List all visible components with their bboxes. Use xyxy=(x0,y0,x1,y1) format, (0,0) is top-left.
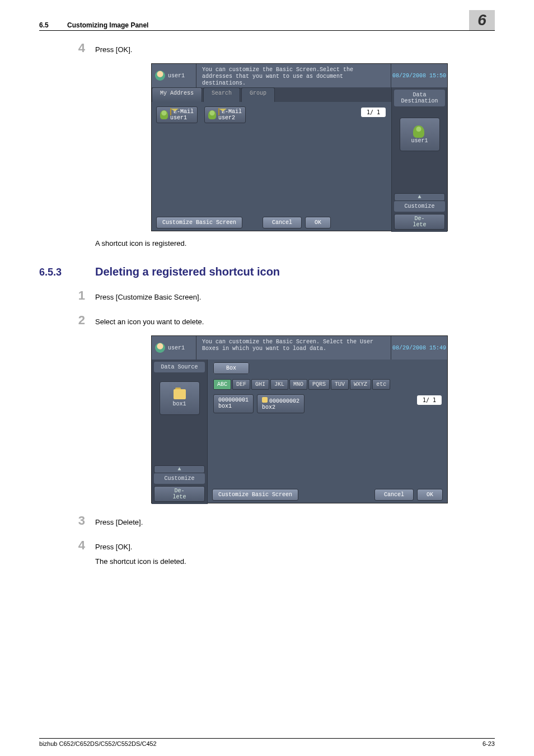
person-icon xyxy=(208,110,216,119)
footer-page: 6-23 xyxy=(483,740,495,747)
box-name: box1 xyxy=(218,403,232,409)
header-chapter-num: 6 xyxy=(469,10,495,30)
step-text: Press [OK]. xyxy=(95,543,132,551)
box-item-1[interactable]: 000000001 box1 xyxy=(213,394,254,413)
person-icon xyxy=(160,110,168,119)
filter-ghi[interactable]: GHI xyxy=(251,379,269,390)
header-datetime: 08/29/2008 15:50 xyxy=(391,64,447,87)
caption-text: A shortcut icon is registered. xyxy=(95,239,495,248)
email-icon xyxy=(170,108,171,115)
tab-group[interactable]: Group xyxy=(241,87,275,102)
tab-my-address[interactable]: My Address xyxy=(152,87,202,102)
box-id: 000000001 xyxy=(218,397,249,403)
filter-def[interactable]: DEF xyxy=(232,379,250,390)
footer-model: bizhub C652/C652DS/C552/C552DS/C452 xyxy=(39,740,157,747)
data-source-label: Data Source xyxy=(154,362,205,372)
filter-mno[interactable]: MNO xyxy=(289,379,307,390)
address-item-user2[interactable]: E-Mail user2 xyxy=(204,106,246,123)
shortcut-label: box1 xyxy=(172,401,186,407)
header-datetime: 08/29/2008 15:49 xyxy=(391,336,447,360)
user-icon xyxy=(155,343,165,353)
filter-etc[interactable]: etc xyxy=(372,379,390,390)
scroll-up-button[interactable]: ▲ xyxy=(394,193,445,201)
box-item-2[interactable]: 000000002 box2 xyxy=(257,394,305,413)
screenshot-customize-boxes: user1 You can customize the Basic Screen… xyxy=(151,335,448,503)
ok-button[interactable]: OK xyxy=(305,217,331,228)
scroll-up-button[interactable]: ▲ xyxy=(154,465,205,473)
customize-label: Customize xyxy=(154,473,205,484)
filter-pqrs[interactable]: PQRS xyxy=(308,379,330,390)
address-name: user2 xyxy=(218,115,235,121)
cancel-button[interactable]: Cancel xyxy=(263,217,302,228)
step-text: Select an icon you want to delete. xyxy=(95,318,204,326)
step-text: Press [Delete]. xyxy=(95,518,143,526)
lock-icon xyxy=(262,397,268,403)
email-icon xyxy=(218,108,219,115)
user-name: user1 xyxy=(168,345,185,351)
person-icon xyxy=(413,125,424,138)
page-indicator: 1/ 1 xyxy=(361,108,386,117)
address-name: user1 xyxy=(170,115,187,121)
step-number: 4 xyxy=(39,41,95,55)
customize-basic-screen-button[interactable]: Customize Basic Screen xyxy=(156,217,242,228)
filter-wxyz[interactable]: WXYZ xyxy=(350,379,371,390)
page-indicator: 1/ 1 xyxy=(417,395,442,405)
shortcut-label: user1 xyxy=(411,138,428,144)
caption-text: The shortcut icon is deleted. xyxy=(95,557,495,566)
delete-button[interactable]: De- lete xyxy=(394,214,445,230)
step-number: 1 xyxy=(39,288,95,303)
screenshot-customize-addresses: user1 You can customize the Basic Screen… xyxy=(151,63,448,231)
ok-button[interactable]: OK xyxy=(417,489,443,501)
address-item-user1[interactable]: E-Mail user1 xyxy=(156,106,198,123)
user-badge: user1 xyxy=(152,336,196,360)
step-text: Press [OK]. xyxy=(95,45,132,54)
step-number: 3 xyxy=(39,514,95,528)
filter-jkl[interactable]: JKL xyxy=(270,379,288,390)
category-box-button[interactable]: Box xyxy=(213,362,249,374)
folder-icon xyxy=(174,389,186,399)
customize-basic-screen-button[interactable]: Customize Basic Screen xyxy=(212,489,298,501)
header-section-num: 6.5 xyxy=(39,21,49,29)
box-id: 000000002 xyxy=(269,398,299,404)
cancel-button[interactable]: Cancel xyxy=(374,489,414,501)
filter-abc[interactable]: ABC xyxy=(213,379,231,390)
section-title: Deleting a registered shortcut icon xyxy=(95,265,280,278)
header-message: You can customize the Basic Screen.Selec… xyxy=(196,64,391,87)
page-footer: bizhub C652/C652DS/C552/C552DS/C452 6-23 xyxy=(39,738,495,747)
delete-button[interactable]: De- lete xyxy=(154,486,205,502)
tab-search[interactable]: Search xyxy=(203,87,240,102)
section-number: 6.5.3 xyxy=(39,267,95,278)
user-badge: user1 xyxy=(152,64,196,87)
user-name: user1 xyxy=(168,73,185,79)
header-section-title: Customizing Image Panel xyxy=(67,21,148,29)
step-text: Press [Customize Basic Screen]. xyxy=(95,293,201,301)
data-destination-label: Data Destination xyxy=(394,90,445,106)
page-header: 6.5 Customizing Image Panel 6 xyxy=(39,0,495,31)
shortcut-user1[interactable]: user1 xyxy=(400,118,440,151)
box-name: box2 xyxy=(262,404,275,410)
step-number: 4 xyxy=(39,538,95,553)
step-number: 2 xyxy=(39,313,95,328)
user-icon xyxy=(155,71,165,81)
shortcut-box1[interactable]: box1 xyxy=(160,381,200,415)
customize-label: Customize xyxy=(394,201,445,212)
filter-tuv[interactable]: TUV xyxy=(331,379,349,390)
header-message: You can customize the Basic Screen. Sele… xyxy=(196,336,391,360)
